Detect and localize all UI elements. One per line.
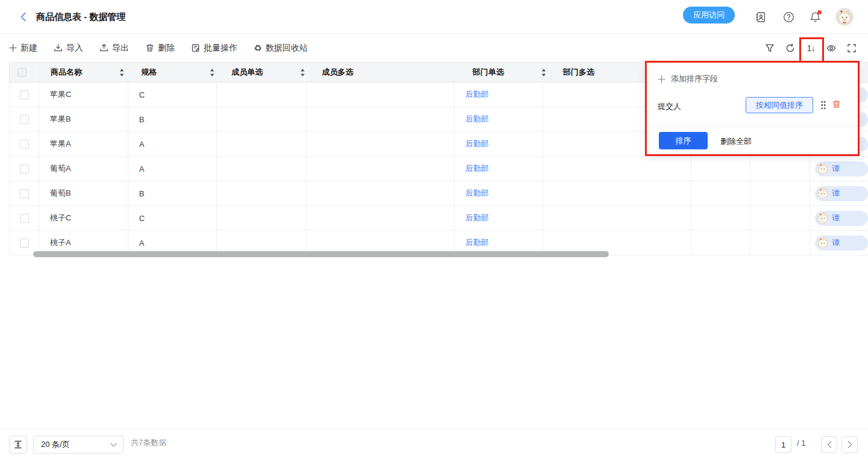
row-checkbox[interactable]	[20, 214, 29, 223]
current-page-input[interactable]	[775, 436, 791, 453]
sort-field-name: 提交人	[658, 101, 681, 112]
batch-operation-button[interactable]: 批量操作	[191, 43, 237, 54]
submitter-tag[interactable]: 谭	[815, 186, 868, 201]
contacts-icon[interactable]	[755, 11, 766, 23]
import-button[interactable]: 导入	[54, 43, 83, 54]
row-checkbox[interactable]	[20, 115, 29, 124]
apply-sort-button[interactable]: 排序	[659, 132, 708, 149]
dept-link[interactable]: 后勤部	[465, 213, 489, 223]
filter-icon[interactable]	[765, 43, 775, 53]
cell-product-name: 桃子A	[50, 237, 71, 248]
delete-button[interactable]: 删除	[145, 43, 175, 54]
fullscreen-icon[interactable]	[847, 43, 857, 53]
dept-link[interactable]: 后勤部	[465, 237, 489, 248]
table-row[interactable]: 葡萄B B 后勤部 谭	[9, 181, 868, 206]
notification-dot	[817, 10, 822, 14]
column-header-product-name[interactable]: 商品名称	[51, 67, 82, 78]
cell-spec: B	[139, 189, 145, 198]
next-page-button[interactable]	[841, 436, 858, 453]
notification-bell-icon[interactable]	[810, 11, 821, 23]
dept-link[interactable]: 后勤部	[465, 89, 489, 100]
column-header-dept-single[interactable]: 部门单选	[473, 67, 504, 78]
dept-link[interactable]: 后勤部	[465, 114, 489, 125]
add-sort-field-button[interactable]: 添加排序字段	[658, 73, 718, 84]
row-checkbox[interactable]	[20, 90, 29, 99]
delete-sort-field-icon[interactable]	[832, 99, 841, 109]
export-icon	[99, 43, 108, 52]
user-avatar[interactable]	[835, 8, 854, 26]
sort-icon[interactable]: 1↓	[806, 43, 816, 53]
column-header-dept-multi[interactable]: 部门多选	[563, 67, 594, 78]
row-height-icon	[14, 440, 22, 449]
action-toolbar: 新建 导入 导出 删除 批量操作 ♻ 数据回收站	[0, 34, 868, 62]
plus-icon	[9, 44, 17, 52]
cell-product-name: 葡萄B	[50, 188, 71, 199]
submitter-tag[interactable]: 谭	[815, 211, 868, 226]
drag-handle-icon[interactable]	[821, 101, 826, 110]
page-size-select[interactable]: 20 条/页	[33, 436, 124, 454]
export-label: 导出	[112, 43, 129, 54]
app-access-button[interactable]: 应用访问	[683, 7, 735, 23]
column-header-member-single[interactable]: 成员单选	[231, 67, 263, 78]
chevron-left-icon	[827, 441, 832, 448]
sort-arrows-icon[interactable]	[300, 69, 305, 77]
recycle-bin-button[interactable]: ♻ 数据回收站	[254, 43, 307, 54]
batch-operation-label: 批量操作	[204, 43, 237, 54]
submitter-name: 谭	[832, 213, 840, 223]
popup-divider	[647, 126, 858, 127]
table-row[interactable]: 桃子C C 后勤部 谭	[9, 206, 868, 231]
cell-spec: C	[139, 90, 145, 99]
sort-arrows-icon[interactable]	[210, 69, 215, 77]
column-header-member-multi[interactable]: 成员多选	[322, 67, 353, 78]
cell-product-name: 苹果C	[50, 89, 71, 100]
import-label: 导入	[66, 43, 83, 54]
column-header-spec[interactable]: 规格	[141, 67, 157, 78]
prev-page-button[interactable]	[821, 436, 837, 453]
recycle-icon: ♻	[254, 43, 262, 52]
cell-spec: C	[139, 214, 145, 223]
cell-product-name: 苹果B	[50, 114, 71, 125]
help-icon[interactable]	[783, 11, 794, 23]
cell-spec: A	[139, 140, 145, 149]
batch-edit-icon	[191, 43, 200, 52]
chevron-down-icon	[110, 443, 117, 447]
table-row[interactable]: 葡萄A A 后勤部 谭	[9, 157, 868, 181]
hide-fields-eye-icon[interactable]	[826, 43, 836, 53]
cell-spec: A	[139, 164, 145, 173]
dept-link[interactable]: 后勤部	[465, 139, 489, 149]
sort-arrows-icon[interactable]	[119, 69, 124, 77]
export-button[interactable]: 导出	[99, 43, 129, 54]
row-checkbox[interactable]	[20, 189, 29, 198]
total-pages-text: / 1	[797, 429, 805, 456]
back-button[interactable]	[18, 11, 29, 22]
delete-label: 删除	[158, 43, 175, 54]
submitter-tag[interactable]: 谭	[815, 236, 868, 251]
back-chevron-icon	[18, 11, 29, 22]
row-checkbox[interactable]	[20, 239, 29, 248]
cell-product-name: 葡萄A	[50, 163, 71, 174]
row-checkbox[interactable]	[20, 164, 29, 173]
table-tools: 1↓	[765, 34, 857, 62]
dept-link[interactable]: 后勤部	[465, 163, 489, 174]
dept-link[interactable]: 后勤部	[465, 188, 489, 199]
refresh-icon[interactable]	[785, 43, 795, 53]
page-size-value: 20 条/页	[41, 439, 70, 450]
total-records-text: 共7条数据	[131, 429, 166, 456]
top-header: 商品信息表 - 数据管理 应用访问	[0, 0, 868, 34]
submitter-avatar	[817, 212, 829, 224]
submitter-tag[interactable]: 谭	[815, 161, 868, 176]
select-all-checkbox[interactable]	[17, 68, 27, 77]
submitter-name: 谭	[832, 163, 840, 174]
cell-product-name: 苹果A	[50, 139, 71, 149]
pagination-footer: 20 条/页 共7条数据 / 1	[0, 428, 868, 456]
new-record-button[interactable]: 新建	[9, 43, 37, 54]
clear-all-sorts-button[interactable]: 删除全部	[720, 136, 752, 147]
page-title: 商品信息表 - 数据管理	[36, 0, 125, 34]
row-checkbox[interactable]	[20, 140, 29, 149]
sort-by-same-value-button[interactable]: 按相同值排序	[746, 97, 813, 113]
chevron-right-icon	[848, 441, 852, 448]
submitter-name: 谭	[832, 188, 840, 199]
row-height-button[interactable]	[9, 436, 27, 454]
horizontal-scrollbar[interactable]	[33, 251, 609, 257]
sort-arrows-icon[interactable]	[541, 69, 546, 77]
